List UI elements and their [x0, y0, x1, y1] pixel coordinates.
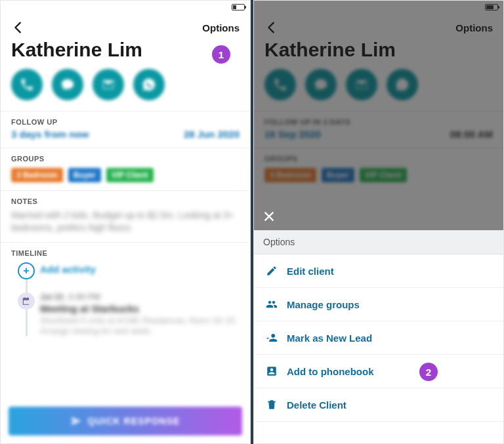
call-button[interactable]: [11, 69, 43, 100]
back-icon[interactable]: [11, 20, 26, 35]
timeline-date: Jul 21: [40, 292, 64, 302]
followup-section: FOLLOW UP 3 days from now 28 Jun 2020: [1, 111, 250, 148]
close-icon[interactable]: [262, 209, 276, 226]
quick-response-label: QUICK RESPONSE: [88, 416, 180, 426]
edit-client-item[interactable]: Edit client: [254, 254, 503, 288]
whatsapp-button[interactable]: [133, 69, 165, 100]
timeline-title: Meeting at Starbucks: [40, 303, 240, 314]
sheet-item-label: Delete Client: [287, 399, 346, 411]
step-marker-2: 2: [419, 363, 438, 381]
groups-icon: [266, 298, 278, 310]
timeline-time: 2:00 PM: [68, 292, 100, 302]
options-sheet: Options Edit client Manage groups Mark a…: [254, 230, 503, 443]
battery-icon: [232, 4, 245, 10]
action-row: [1, 69, 250, 111]
timeline-desc: Shortlisted 5 units at ACME Residences, …: [40, 315, 240, 337]
followup-date: 28 Jun 2020: [184, 129, 240, 140]
group-chip[interactable]: Buyer: [68, 168, 101, 182]
top-bar: Options: [1, 14, 250, 39]
notes-section: NOTES Married with 2 kids. Budget up to …: [1, 190, 250, 242]
group-chip[interactable]: 3 Bedroom: [11, 168, 63, 182]
sheet-item-label: Mark as New Lead: [287, 333, 372, 344]
add-activity-icon[interactable]: +: [18, 262, 35, 279]
trash-icon: [266, 399, 278, 411]
right-pane: Options Katherine Lim FOLLOW UP IN 3 DAY…: [253, 0, 504, 444]
left-pane: Options 1 Katherine Lim FOLLOW UP 3 days…: [0, 0, 251, 444]
followup-label: FOLLOW UP: [11, 118, 240, 126]
message-button[interactable]: [52, 69, 83, 100]
pencil-icon: [266, 265, 278, 277]
groups-label: GROUPS: [11, 155, 240, 163]
email-button[interactable]: [93, 69, 124, 100]
mark-new-lead-item[interactable]: Mark as New Lead: [254, 321, 503, 355]
person-minus-icon: [266, 332, 278, 344]
sheet-item-label: Add to phonebook: [287, 366, 373, 377]
notes-text: Married with 2 kids. Budget up to $2.5m.…: [11, 209, 240, 234]
delete-client-item[interactable]: Delete Client: [254, 388, 503, 422]
options-link[interactable]: Options: [202, 22, 240, 33]
quick-response-button[interactable]: QUICK RESPONSE: [9, 407, 242, 435]
timeline-item[interactable]: Jul 212:00 PM Meeting at Starbucks Short…: [40, 292, 240, 337]
sheet-item-label: Manage groups: [287, 299, 360, 310]
add-phonebook-item[interactable]: Add to phonebook 2: [254, 355, 503, 388]
timeline-section: TIMELINE + Add activity Jul 212:00 PM Me…: [1, 242, 250, 383]
sheet-header: Options: [254, 230, 503, 254]
sheet-item-label: Edit client: [287, 266, 334, 277]
status-bar: [1, 1, 250, 14]
groups-section: GROUPS 3 Bedroom Buyer VIP Client: [1, 148, 250, 190]
timeline-label: TIMELINE: [11, 249, 240, 257]
add-activity-link[interactable]: Add activity: [40, 264, 240, 275]
notes-label: NOTES: [11, 197, 240, 205]
send-icon: [71, 416, 81, 426]
group-chip[interactable]: VIP Client: [106, 168, 154, 182]
calendar-icon: [18, 293, 35, 310]
step-marker-1: 1: [212, 45, 230, 64]
manage-groups-item[interactable]: Manage groups: [254, 288, 503, 321]
contact-icon: [266, 365, 278, 377]
followup-time[interactable]: 3 days from now: [11, 129, 89, 140]
